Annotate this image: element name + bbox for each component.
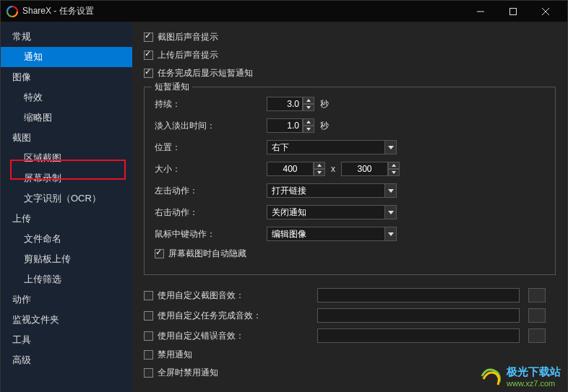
combo-dropdown-button[interactable] [385, 140, 397, 154]
spinner-down-button[interactable] [303, 126, 314, 133]
x-separator: x [331, 164, 335, 174]
fade-row: 淡入淡出时间： 秒 [155, 118, 545, 134]
sidebar-item-12[interactable]: 上传筛选 [1, 269, 132, 289]
spinner-up-button[interactable] [303, 97, 314, 104]
width-input[interactable] [267, 162, 314, 176]
close-button[interactable] [529, 1, 561, 22]
custom-task-checkbox[interactable] [144, 311, 153, 321]
sidebar-item-13[interactable]: 动作 [1, 289, 132, 310]
middle-click-value[interactable] [267, 227, 385, 241]
custom-task-sound-row: 使用自定义任务完成音效： [144, 308, 556, 323]
seconds-unit: 秒 [320, 120, 329, 132]
checkbox-label: 全屏时禁用通知 [158, 367, 218, 379]
toast-fieldset: 短暂通知 持续： 秒 淡入淡出时间： [144, 87, 556, 275]
position-label: 位置： [155, 141, 267, 154]
sidebar-item-7[interactable]: 屏幕录制 [1, 168, 132, 188]
middle-click-label: 鼠标中键动作： [155, 228, 267, 240]
middle-click-combo[interactable] [267, 227, 397, 241]
auto-hide-checkbox[interactable]: 屏幕截图时自动隐藏 [155, 248, 545, 260]
main-panel: 截图后声音提示 上传后声音提示 任务完成后显示短暂通知 短暂通知 持续： [132, 22, 567, 392]
svg-marker-17 [388, 189, 394, 193]
sidebar-item-5[interactable]: 截图 [1, 128, 132, 148]
watermark-logo-icon [479, 365, 502, 388]
minimize-button[interactable] [464, 1, 496, 22]
sidebar-item-8[interactable]: 文字识别（OCR） [1, 188, 132, 209]
checkbox-icon [155, 249, 164, 258]
content-area: 常规通知图像特效缩略图截图区域截图屏幕录制文字识别（OCR）上传文件命名剪贴板上… [1, 22, 567, 392]
capture-sound-checkbox[interactable]: 截图后声音提示 [144, 31, 556, 43]
size-label: 大小： [155, 163, 267, 175]
titlebar: ShareX - 任务设置 [1, 1, 567, 22]
custom-error-path-input[interactable] [317, 328, 520, 343]
combo-dropdown-button[interactable] [385, 183, 397, 198]
sidebar: 常规通知图像特效缩略图截图区域截图屏幕录制文字识别（OCR）上传文件命名剪贴板上… [1, 22, 132, 392]
svg-marker-14 [317, 171, 322, 174]
upload-sound-checkbox[interactable]: 上传后声音提示 [144, 49, 556, 61]
sidebar-item-2[interactable]: 图像 [1, 67, 132, 87]
maximize-button[interactable] [496, 1, 529, 22]
fieldset-legend: 短暂通知 [152, 81, 192, 93]
sidebar-item-16[interactable]: 高级 [1, 350, 132, 370]
combo-dropdown-button[interactable] [385, 227, 397, 241]
task-toast-checkbox[interactable]: 任务完成后显示短暂通知 [144, 67, 556, 79]
watermark-url: www.xz7.com [507, 379, 561, 388]
height-input[interactable] [341, 162, 388, 176]
sidebar-item-10[interactable]: 文件命名 [1, 229, 132, 249]
spinner-up-button[interactable] [303, 118, 314, 126]
height-spinner [388, 162, 400, 176]
sidebar-item-9[interactable]: 上传 [1, 209, 132, 229]
custom-capture-path-input[interactable] [317, 288, 520, 302]
window-controls [464, 1, 561, 22]
spinner-down-button[interactable] [303, 104, 314, 111]
checkbox-icon [144, 350, 153, 360]
duration-input[interactable] [267, 97, 303, 111]
checkbox-icon [144, 69, 153, 78]
disable-notif-checkbox[interactable]: 禁用通知 [144, 349, 556, 361]
sidebar-item-4[interactable]: 缩略图 [1, 108, 132, 128]
fade-input[interactable] [267, 118, 303, 133]
right-click-combo[interactable] [267, 205, 397, 219]
window-title: ShareX - 任务设置 [22, 5, 464, 17]
left-click-combo[interactable] [267, 183, 397, 198]
custom-task-label: 使用自定义任务完成音效： [158, 310, 313, 322]
spinner-down-button[interactable] [388, 169, 400, 176]
checkbox-label: 屏幕截图时自动隐藏 [168, 248, 246, 260]
sidebar-item-0[interactable]: 常规 [1, 27, 132, 47]
checkbox-label: 上传后声音提示 [158, 49, 218, 61]
checkbox-label: 截图后声音提示 [158, 31, 218, 43]
spinner-up-button[interactable] [314, 162, 325, 169]
sidebar-item-11[interactable]: 剪贴板上传 [1, 249, 132, 269]
position-value[interactable] [267, 140, 385, 154]
browse-button[interactable] [528, 288, 546, 302]
fade-spinner [303, 118, 314, 133]
middle-click-row: 鼠标中键动作： [155, 226, 545, 242]
sidebar-item-14[interactable]: 监视文件夹 [1, 310, 132, 330]
fade-label: 淡入淡出时间： [155, 120, 267, 132]
app-icon [7, 6, 18, 17]
custom-error-checkbox[interactable] [144, 331, 153, 341]
left-click-value[interactable] [267, 183, 385, 198]
checkbox-icon [144, 368, 153, 378]
sidebar-item-1[interactable]: 通知 [1, 47, 132, 67]
spinner-up-button[interactable] [388, 162, 400, 169]
custom-error-sound-row: 使用自定义错误音效： [144, 328, 556, 343]
right-click-label: 右击动作： [155, 206, 267, 219]
custom-task-path-input[interactable] [317, 308, 520, 323]
checkbox-label: 任务完成后显示短暂通知 [158, 67, 253, 79]
duration-label: 持续： [155, 98, 267, 110]
checkbox-icon [144, 51, 153, 60]
svg-marker-11 [306, 128, 311, 131]
browse-button[interactable] [528, 308, 546, 323]
spinner-down-button[interactable] [314, 169, 325, 176]
combo-dropdown-button[interactable] [385, 205, 397, 219]
sidebar-item-15[interactable]: 工具 [1, 330, 132, 350]
custom-capture-checkbox[interactable] [144, 291, 153, 300]
svg-marker-18 [388, 211, 394, 214]
right-click-value[interactable] [267, 205, 385, 219]
sidebar-item-3[interactable]: 特效 [1, 87, 132, 108]
sidebar-item-6[interactable]: 区域截图 [1, 148, 132, 168]
position-row: 位置： [155, 139, 545, 155]
checkbox-label: 禁用通知 [158, 349, 192, 361]
browse-button[interactable] [528, 328, 546, 343]
position-combo[interactable] [267, 140, 397, 154]
